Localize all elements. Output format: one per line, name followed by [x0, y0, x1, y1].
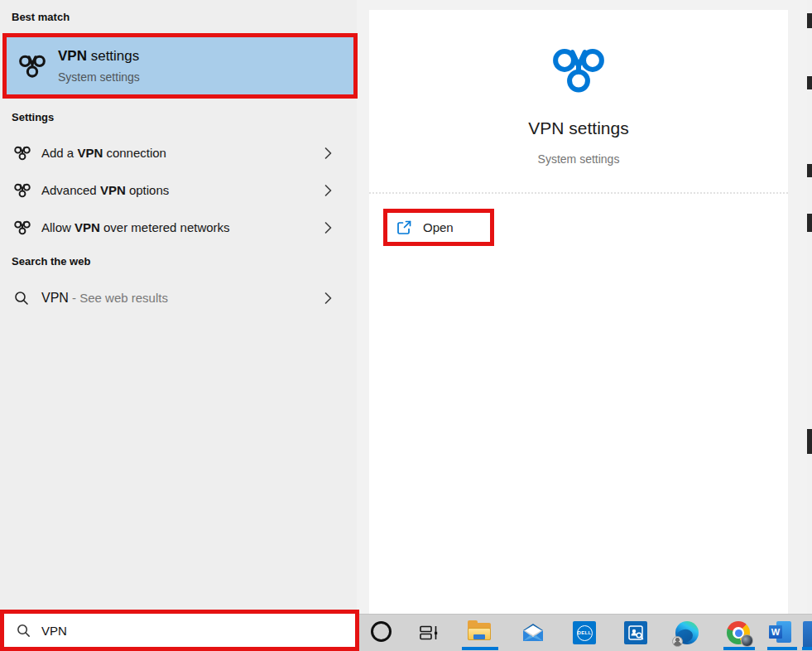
result-add-vpn-connection[interactable]: Add a VPN connection — [0, 134, 357, 171]
search-results-panel: Best match VPN settings System settings … — [0, 0, 357, 651]
running-indicator — [802, 647, 812, 650]
partial-app-icon[interactable] — [803, 621, 812, 649]
file-explorer-icon — [468, 620, 492, 644]
search-icon — [13, 290, 30, 306]
task-view-icon — [418, 622, 440, 644]
annotation-box-open: Open — [383, 209, 494, 246]
task-view-button[interactable] — [418, 622, 440, 647]
app-search-button[interactable] — [624, 621, 647, 644]
cortana-button[interactable] — [371, 621, 392, 642]
open-external-icon — [396, 219, 412, 236]
chevron-right-icon — [323, 145, 334, 162]
best-match-header: Best match — [12, 11, 70, 23]
preview-subtitle: System settings — [369, 152, 788, 166]
result-label: VPN - See web results — [41, 291, 168, 306]
search-icon — [16, 623, 31, 639]
taskbar: DELL W — [357, 614, 812, 651]
app-search-icon — [624, 621, 647, 644]
vpn-icon — [13, 144, 31, 162]
preview-pane: VPN settings System settings — [369, 10, 788, 614]
result-label: Add a VPN connection — [41, 146, 166, 160]
word-button[interactable]: W — [769, 621, 794, 644]
edge-button[interactable] — [675, 621, 699, 644]
chrome-profile-avatar — [741, 634, 753, 647]
search-input[interactable] — [41, 624, 315, 638]
mail-icon — [521, 621, 545, 644]
vpn-icon — [17, 51, 47, 84]
running-indicator — [723, 647, 755, 650]
taskbar-search-bar[interactable] — [4, 614, 355, 647]
result-label: Advanced VPN options — [41, 183, 169, 197]
chevron-right-icon — [323, 290, 334, 306]
vpn-icon — [13, 219, 31, 237]
dell-button[interactable]: DELL — [573, 621, 596, 644]
annotation-box-search-bar — [0, 610, 359, 651]
result-web-search[interactable]: VPN - See web results — [0, 279, 357, 317]
search-web-section-header: Search the web — [12, 255, 90, 268]
annotation-box-best-match: VPN settings System settings — [2, 33, 358, 99]
chrome-button[interactable] — [727, 621, 750, 644]
background-window-edge — [807, 0, 812, 614]
mail-button[interactable] — [521, 621, 545, 647]
file-explorer-button[interactable] — [468, 620, 492, 644]
best-match-subtitle: System settings — [58, 70, 140, 84]
running-indicator — [767, 647, 797, 650]
edge-profile-avatar — [672, 636, 683, 647]
dell-icon: DELL — [573, 621, 596, 644]
vpn-icon-large — [369, 41, 788, 99]
preview-divider — [369, 192, 788, 194]
word-icon: W — [769, 621, 794, 644]
open-button[interactable]: Open — [387, 213, 490, 242]
open-button-label: Open — [423, 220, 454, 234]
running-indicator — [462, 647, 498, 650]
chevron-right-icon — [323, 182, 334, 199]
preview-title: VPN settings — [369, 118, 788, 138]
settings-section-header: Settings — [12, 111, 54, 123]
best-match-title: VPN settings — [58, 48, 139, 65]
cortana-icon — [371, 621, 392, 642]
best-match-result[interactable]: VPN settings System settings — [7, 37, 353, 94]
result-label: Allow VPN over metered networks — [41, 220, 230, 234]
result-advanced-vpn-options[interactable]: Advanced VPN options — [0, 171, 357, 209]
vpn-icon — [13, 181, 31, 200]
result-allow-vpn-metered[interactable]: Allow VPN over metered networks — [0, 209, 357, 246]
chevron-right-icon — [323, 219, 334, 236]
